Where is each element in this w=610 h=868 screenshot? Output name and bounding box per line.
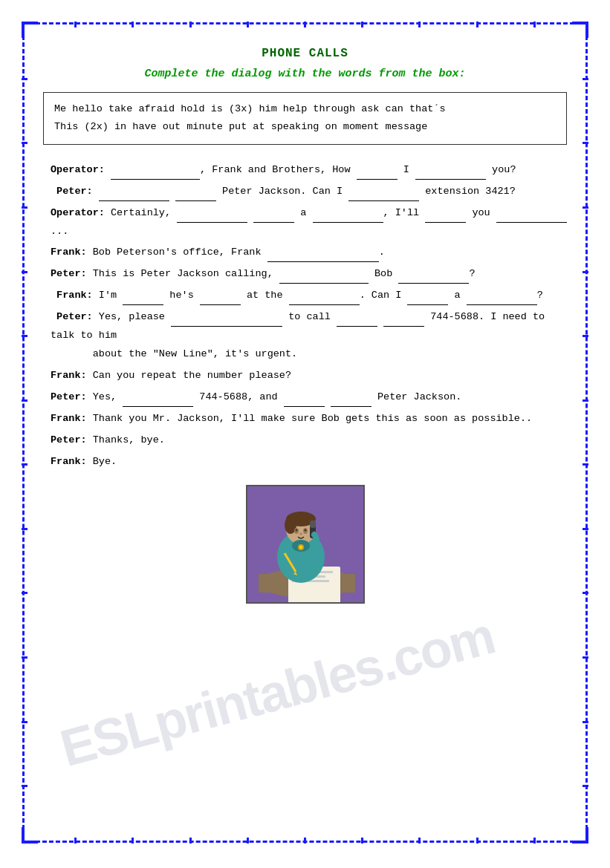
blank-3-3 xyxy=(313,212,383,223)
dialog-line-11: Peter: Thanks, bye. xyxy=(51,431,567,450)
svg-point-15 xyxy=(299,533,302,535)
blank-2-2 xyxy=(175,191,216,201)
speaker-operator-1: Operator: xyxy=(51,164,105,175)
svg-point-22 xyxy=(299,546,302,549)
blank-2-1 xyxy=(99,191,169,201)
dialog-line-8: Frank: Can you repeat the number please? xyxy=(51,367,567,385)
phone-illustration xyxy=(246,485,365,604)
blank-3-4 xyxy=(425,212,466,223)
blank-5-2 xyxy=(398,273,469,284)
dialog-line-9: Peter: Yes, 744-5688, and Peter Jackson. xyxy=(51,388,567,407)
speaker-peter-5: Peter: xyxy=(51,434,87,446)
speaker-peter-4: Peter: xyxy=(51,391,87,402)
dialog-line-7: Peter: Yes, please to call 744-5688. I n… xyxy=(51,308,567,364)
blank-3-2 xyxy=(253,212,294,223)
speaker-peter-3: Peter: xyxy=(56,311,93,322)
blank-6-2 xyxy=(200,295,241,305)
ticks-left xyxy=(22,25,27,841)
blank-1-1 xyxy=(111,169,200,180)
page-subtitle: Complete the dialog with the words from … xyxy=(43,68,567,80)
speaker-frank-5: Frank: xyxy=(51,456,87,467)
blank-1-2 xyxy=(357,169,398,180)
speaker-frank-1: Frank: xyxy=(51,247,87,258)
blank-6-1 xyxy=(123,295,163,305)
blank-9-2 xyxy=(284,397,325,407)
blank-9-1 xyxy=(123,397,193,407)
svg-point-13 xyxy=(295,529,297,532)
blank-5-1 xyxy=(279,273,369,284)
page: PHONE CALLS Complete the dialog with the… xyxy=(0,0,610,868)
blank-6-4 xyxy=(407,295,448,305)
word-box-line2: This (2x) in have out minute put at spea… xyxy=(54,118,556,136)
word-box-line1: Me hello take afraid hold is (3x) him he… xyxy=(54,100,556,118)
page-title: PHONE CALLS xyxy=(43,47,567,60)
ticks-right xyxy=(583,25,588,841)
dialog-line-3: Operator: Certainly, a , I'll you ... xyxy=(51,204,567,241)
ticks-top xyxy=(25,22,585,27)
blank-3-5 xyxy=(496,212,567,223)
blank-2-3 xyxy=(348,191,419,201)
blank-7-2 xyxy=(337,316,377,327)
blank-6-3 xyxy=(289,295,360,305)
outer-border: PHONE CALLS Complete the dialog with the… xyxy=(22,22,588,843)
blank-9-3 xyxy=(331,397,371,407)
dialog-line-2: Peter: Peter Jackson. Can I extension 34… xyxy=(51,183,567,201)
blank-1-3 xyxy=(415,169,486,180)
dialog-line-5: Peter: This is Peter Jackson calling, Bo… xyxy=(51,265,567,284)
blank-7-1 xyxy=(171,316,282,327)
svg-point-14 xyxy=(304,529,306,532)
speaker-frank-3: Frank: xyxy=(51,370,87,381)
speaker-frank-2: Frank: xyxy=(56,290,93,301)
dialog: Operator: , Frank and Brothers, How I yo… xyxy=(43,161,567,472)
speaker-peter-1: Peter: xyxy=(56,186,93,197)
dialog-line-1: Operator: , Frank and Brothers, How I yo… xyxy=(51,161,567,180)
speaker-operator-2: Operator: xyxy=(51,207,105,218)
speaker-frank-4: Frank: xyxy=(51,413,87,424)
blank-3-1 xyxy=(177,212,247,223)
blank-4-1 xyxy=(267,252,379,262)
image-area xyxy=(43,485,567,607)
blank-6-5 xyxy=(467,295,537,305)
dialog-line-6: Frank: I'm he's at the . Can I a ? xyxy=(51,287,567,305)
speaker-peter-2: Peter: xyxy=(51,268,87,279)
dialog-line-12: Frank: Bye. xyxy=(51,453,567,471)
dialog-line-10: Frank: Thank you Mr. Jackson, I'll make … xyxy=(51,410,567,428)
watermark: ESLprintables.com xyxy=(54,606,500,779)
svg-rect-17 xyxy=(310,521,316,528)
ticks-bottom xyxy=(25,838,585,843)
blank-7-3 xyxy=(383,316,424,327)
dialog-line-4: Frank: Bob Peterson's office, Frank . xyxy=(51,244,567,262)
word-box: Me hello take afraid hold is (3x) him he… xyxy=(43,92,567,145)
